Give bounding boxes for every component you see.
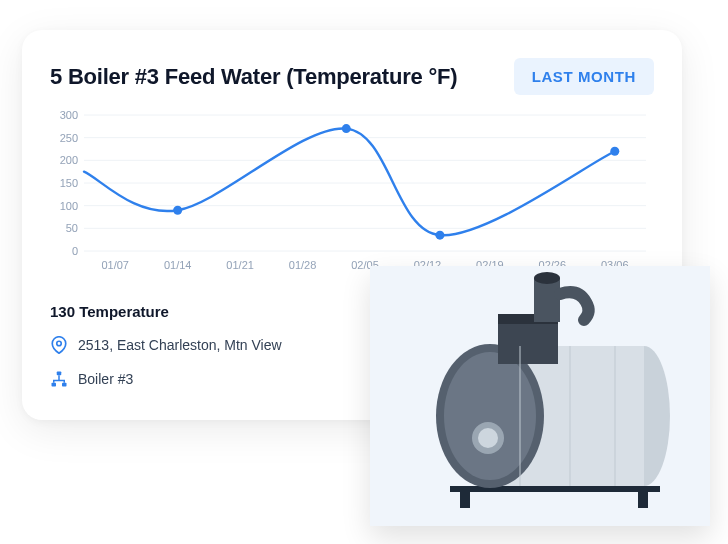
svg-point-27 xyxy=(57,341,62,346)
svg-text:01/14: 01/14 xyxy=(164,259,192,271)
hierarchy-icon xyxy=(50,370,68,388)
svg-point-40 xyxy=(478,428,498,448)
svg-rect-41 xyxy=(498,320,558,364)
svg-rect-34 xyxy=(638,492,648,508)
svg-text:100: 100 xyxy=(60,200,78,212)
svg-text:200: 200 xyxy=(60,154,78,166)
boiler-image xyxy=(370,266,710,526)
chart-svg: 05010015020025030001/0701/1401/2101/2802… xyxy=(50,105,654,275)
svg-point-24 xyxy=(342,124,351,133)
svg-point-38 xyxy=(444,352,536,480)
timeframe-badge[interactable]: LAST MONTH xyxy=(514,58,654,95)
svg-point-23 xyxy=(173,206,182,215)
svg-rect-33 xyxy=(460,492,470,508)
svg-rect-43 xyxy=(534,278,560,322)
line-chart: 05010015020025030001/0701/1401/2101/2802… xyxy=(50,105,654,275)
svg-point-25 xyxy=(435,231,444,240)
svg-rect-28 xyxy=(57,372,62,376)
svg-text:01/07: 01/07 xyxy=(101,259,129,271)
location-pin-icon xyxy=(50,336,68,354)
svg-text:01/21: 01/21 xyxy=(226,259,254,271)
card-title: 5 Boiler #3 Feed Water (Temperature °F) xyxy=(50,64,457,90)
svg-text:300: 300 xyxy=(60,109,78,121)
svg-rect-30 xyxy=(62,383,67,387)
svg-text:50: 50 xyxy=(66,222,78,234)
card-header: 5 Boiler #3 Feed Water (Temperature °F) … xyxy=(50,58,654,95)
location-text: 2513, East Charleston, Mtn View xyxy=(78,337,282,353)
svg-text:250: 250 xyxy=(60,132,78,144)
asset-text: Boiler #3 xyxy=(78,371,133,387)
svg-rect-29 xyxy=(52,383,57,387)
svg-text:01/28: 01/28 xyxy=(289,259,317,271)
svg-point-44 xyxy=(534,272,560,284)
svg-text:150: 150 xyxy=(60,177,78,189)
svg-text:0: 0 xyxy=(72,245,78,257)
svg-point-26 xyxy=(610,147,619,156)
